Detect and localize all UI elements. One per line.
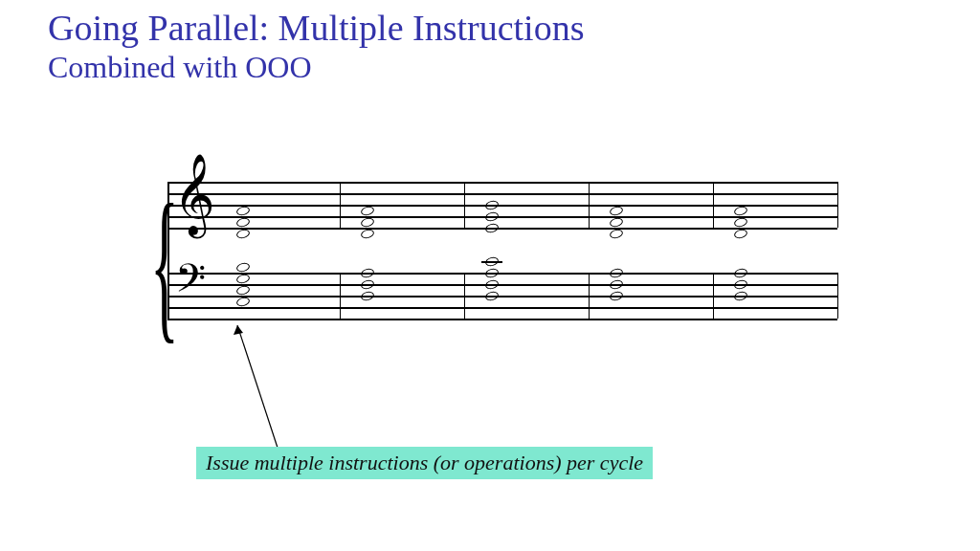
title-line-2: Combined with OOO xyxy=(48,50,584,85)
annotation-arrow xyxy=(220,325,316,454)
title-line-1: Going Parallel: Multiple Instructions xyxy=(48,8,584,50)
music-staff-diagram: { 𝄞 𝄢 xyxy=(167,182,837,344)
bass-clef-icon: 𝄢 xyxy=(175,259,206,307)
treble-clef-icon: 𝄞 xyxy=(173,159,215,230)
callout-label: Issue multiple instructions (or operatio… xyxy=(196,447,653,479)
slide-title: Going Parallel: Multiple Instructions Co… xyxy=(48,8,584,84)
